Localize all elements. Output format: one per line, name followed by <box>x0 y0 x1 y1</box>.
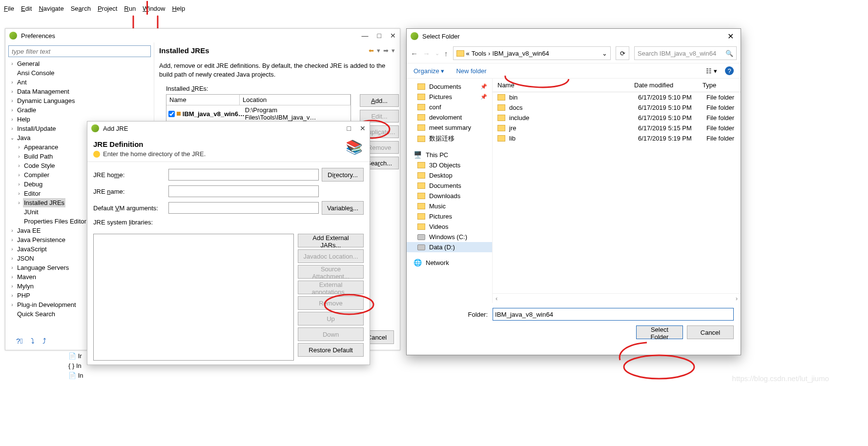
view-icon[interactable]: ☷ ▾ <box>706 67 717 75</box>
nav-d[interactable]: Data (D:) <box>429 243 455 251</box>
organize-menu[interactable]: Organize ▾ <box>413 67 444 75</box>
nav-pictures[interactable]: Pictures <box>429 93 452 101</box>
col-location[interactable]: Location <box>240 95 351 105</box>
syslib-listbox[interactable] <box>93 234 294 361</box>
table-row[interactable]: IBM_java_v8_win6… D:\Program Files\Tools… <box>166 105 351 122</box>
back-icon[interactable]: ← <box>411 49 418 58</box>
tree-debug[interactable]: Debug <box>23 180 43 189</box>
crumb-tools[interactable]: Tools <box>472 50 486 57</box>
add-external-jars-button[interactable]: Add External JARs... <box>298 234 364 247</box>
up-icon[interactable]: ↑ <box>444 49 448 58</box>
tree-ansi[interactable]: Ansi Console <box>16 68 56 78</box>
restore-default-button[interactable]: Restore Default <box>298 343 364 357</box>
close-icon[interactable]: ✕ <box>390 32 396 40</box>
folder-input[interactable] <box>493 308 734 321</box>
menu-window[interactable]: Window <box>143 5 165 12</box>
list-item[interactable]: lib6/17/2019 5:19 PMFile folder <box>493 133 741 143</box>
tree-props[interactable]: Properties Files Editor <box>23 217 87 226</box>
col-name[interactable]: Name <box>493 79 629 92</box>
add-button[interactable]: Add... <box>360 94 399 107</box>
tree-dyn[interactable]: Dynamic Languages <box>16 96 76 105</box>
list-item[interactable]: jre6/17/2019 5:15 PMFile folder <box>493 123 741 133</box>
vm-args-input[interactable] <box>168 202 319 214</box>
nav-desktop[interactable]: Desktop <box>429 172 453 179</box>
jre-name-input[interactable] <box>168 185 319 197</box>
crumb-target[interactable]: IBM_java_v8_win64 <box>492 50 549 57</box>
tree-lang[interactable]: Language Servers <box>16 263 70 272</box>
jre-home-input[interactable] <box>168 169 319 181</box>
tree-gradle[interactable]: Gradle <box>16 105 37 115</box>
breadcrumb[interactable]: « Tools› IBM_java_v8_win64 ⌄ <box>453 46 611 60</box>
tree-jpa[interactable]: Java Persistence <box>16 235 66 244</box>
folder-navtree[interactable]: Documents📌 Pictures📌 conf devoloment mee… <box>407 79 493 303</box>
menu-edit[interactable]: Edit <box>21 5 32 12</box>
tree-maven[interactable]: Maven <box>16 272 37 282</box>
tree-help[interactable]: Help <box>16 115 31 124</box>
tree-data[interactable]: Data Management <box>16 87 70 96</box>
search-input[interactable]: Search IBM_java_v8_win64🔍 <box>634 46 737 60</box>
nav-videos[interactable]: Videos <box>429 223 449 230</box>
tree-compiler[interactable]: Compiler <box>23 170 50 180</box>
nav-c[interactable]: Windows (C:) <box>429 233 467 241</box>
scroll-right-icon[interactable]: › <box>736 295 738 302</box>
help-icon[interactable]: ? <box>725 66 734 75</box>
nav-3d[interactable]: 3D Objects <box>429 162 460 169</box>
nav-cn[interactable]: 数据迁移 <box>429 134 455 143</box>
file-list[interactable]: bin6/17/2019 5:10 PMFile folderdocs6/17/… <box>493 92 741 293</box>
recent-icon[interactable]: ⌄ <box>435 50 439 57</box>
list-item[interactable]: include6/17/2019 5:10 PMFile folder <box>493 113 741 123</box>
jre-checkbox[interactable] <box>168 111 175 117</box>
tree-general[interactable]: General <box>16 59 41 68</box>
filter-input[interactable] <box>8 45 151 57</box>
nav-conf[interactable]: conf <box>429 103 441 111</box>
select-folder-button[interactable]: Select Folder <box>636 325 683 339</box>
nav-downloads[interactable]: Downloads <box>429 192 460 200</box>
variables-button[interactable]: Variables... <box>322 201 364 215</box>
maximize-icon[interactable]: □ <box>377 32 381 40</box>
tree-junit[interactable]: JUnit <box>23 207 40 217</box>
nav-dev[interactable]: devoloment <box>429 114 462 121</box>
tree-java[interactable]: Java <box>16 133 31 142</box>
tree-js[interactable]: JavaScript <box>16 244 48 254</box>
nav-music[interactable]: Music <box>429 203 446 210</box>
nav-meet[interactable]: meet summary <box>429 124 471 131</box>
list-item[interactable]: bin6/17/2019 5:10 PMFile folder <box>493 92 741 102</box>
tree-installed-jres[interactable]: Installed JREs <box>23 198 65 207</box>
new-folder-button[interactable]: New folder <box>456 67 486 75</box>
nav-documents[interactable]: Documents <box>429 83 461 90</box>
help-icon[interactable]: ?⃝ <box>16 337 23 345</box>
close-icon[interactable]: ✕ <box>724 32 737 41</box>
col-type[interactable]: Type <box>698 79 741 92</box>
directory-button[interactable]: Directory... <box>322 168 364 182</box>
forward-arrow-icon[interactable]: ➡ <box>383 47 389 54</box>
col-name[interactable]: Name <box>166 95 240 105</box>
tree-quick[interactable]: Quick Search <box>16 309 56 319</box>
cancel-button[interactable]: Cancel <box>687 325 734 339</box>
nav-thispc[interactable]: This PC <box>426 151 448 159</box>
tree-php[interactable]: PHP <box>16 291 31 300</box>
menu-file[interactable]: File <box>4 5 14 12</box>
tree-install[interactable]: Install/Update <box>16 124 57 133</box>
nav-network[interactable]: Network <box>426 259 449 266</box>
tree-buildpath[interactable]: Build Path <box>23 152 54 161</box>
menu-search[interactable]: Search <box>71 5 91 12</box>
back-arrow-icon[interactable]: ⬅ <box>369 47 374 54</box>
tree-codestyle[interactable]: Code Style <box>23 161 56 170</box>
tree-javaee[interactable]: Java EE <box>16 226 41 235</box>
import-icon[interactable]: ⤵ <box>31 337 35 345</box>
tree-mylyn[interactable]: Mylyn <box>16 282 35 291</box>
col-date[interactable]: Date modified <box>629 79 698 92</box>
tree-ant[interactable]: Ant <box>16 78 28 87</box>
nav-docs2[interactable]: Documents <box>429 182 461 189</box>
menu-help[interactable]: Help <box>172 5 185 12</box>
close-icon[interactable]: ✕ <box>360 124 366 132</box>
tree-plugin[interactable]: Plug-in Development <box>16 300 77 309</box>
menu-navigate[interactable]: Navigate <box>39 5 63 12</box>
refresh-icon[interactable]: ⟳ <box>616 46 629 60</box>
list-item[interactable]: docs6/17/2019 5:10 PMFile folder <box>493 102 741 113</box>
export-icon[interactable]: ⤴ <box>42 337 46 345</box>
menu-project[interactable]: Project <box>98 5 117 12</box>
nav-pics2[interactable]: Pictures <box>429 213 452 220</box>
tree-appearance[interactable]: Appearance <box>23 142 59 152</box>
tree-json[interactable]: JSON <box>16 254 35 263</box>
